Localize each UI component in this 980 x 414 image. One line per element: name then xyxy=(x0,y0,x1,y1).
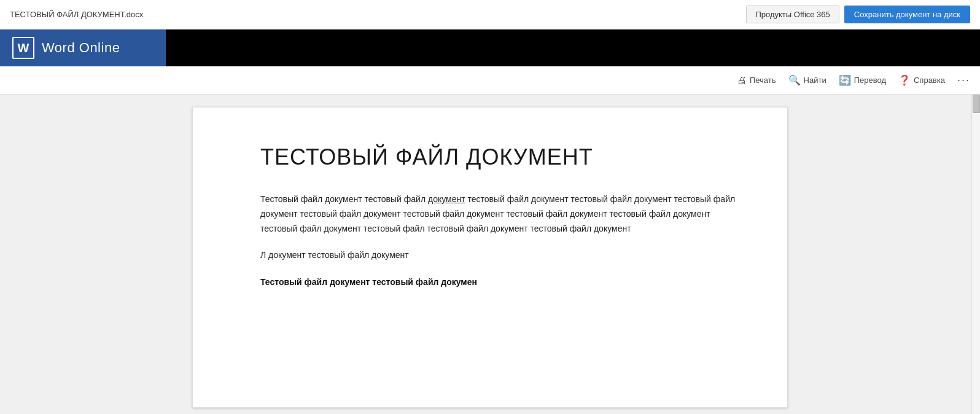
print-button[interactable]: 🖨 Печать xyxy=(737,75,776,86)
find-button[interactable]: 🔍 Найти xyxy=(788,74,826,86)
brand-logo-area: W Word Online xyxy=(0,29,166,66)
help-button[interactable]: ❓ Справка xyxy=(898,74,945,86)
document-heading: ТЕСТОВЫЙ ФАЙЛ ДОКУМЕНТ xyxy=(260,144,738,170)
translate-label: Перевод xyxy=(854,76,886,85)
print-icon: 🖨 xyxy=(737,75,747,86)
scrollbar[interactable] xyxy=(971,95,980,414)
help-icon: ❓ xyxy=(898,74,911,86)
paragraph-1-underline: документ xyxy=(428,194,465,204)
brand-bar: W Word Online xyxy=(0,29,980,66)
save-button[interactable]: Сохранить документ на диск xyxy=(844,6,970,23)
toolbar: 🖨 Печать 🔍 Найти 🔄 Перевод ❓ Справка ··· xyxy=(0,66,980,95)
paragraph-1: Тестовый файл документ тестовый файл док… xyxy=(260,192,738,236)
paragraph-1-part1: Тестовый файл документ тестовый файл xyxy=(260,194,428,204)
translate-button[interactable]: 🔄 Перевод xyxy=(839,74,886,86)
word-icon: W xyxy=(12,37,34,59)
more-button[interactable]: ··· xyxy=(957,74,970,87)
translate-icon: 🔄 xyxy=(839,74,851,86)
top-bar: ТЕСТОВЫЙ ФАЙЛ ДОКУМЕНТ.docx Продукты Off… xyxy=(0,0,980,29)
help-label: Справка xyxy=(914,76,945,85)
paragraph-3-bold: Тестовый файл документ тестовый файл док… xyxy=(260,275,738,290)
document-area: ТЕСТОВЫЙ ФАЙЛ ДОКУМЕНТ Тестовый файл док… xyxy=(0,95,980,414)
office365-button[interactable]: Продукты Office 365 xyxy=(746,6,839,23)
top-bar-actions: Продукты Office 365 Сохранить документ н… xyxy=(746,6,970,23)
document-page: ТЕСТОВЫЙ ФАЙЛ ДОКУМЕНТ Тестовый файл док… xyxy=(192,107,788,408)
search-icon: 🔍 xyxy=(788,74,801,86)
document-title: ТЕСТОВЫЙ ФАЙЛ ДОКУМЕНТ.docx xyxy=(10,10,143,19)
scrollbar-thumb[interactable] xyxy=(973,95,980,113)
find-label: Найти xyxy=(804,76,826,85)
paragraph-2: Л документ тестовый файл документ xyxy=(260,248,738,263)
print-label: Печать xyxy=(750,76,776,85)
app-name: Word Online xyxy=(42,40,120,56)
